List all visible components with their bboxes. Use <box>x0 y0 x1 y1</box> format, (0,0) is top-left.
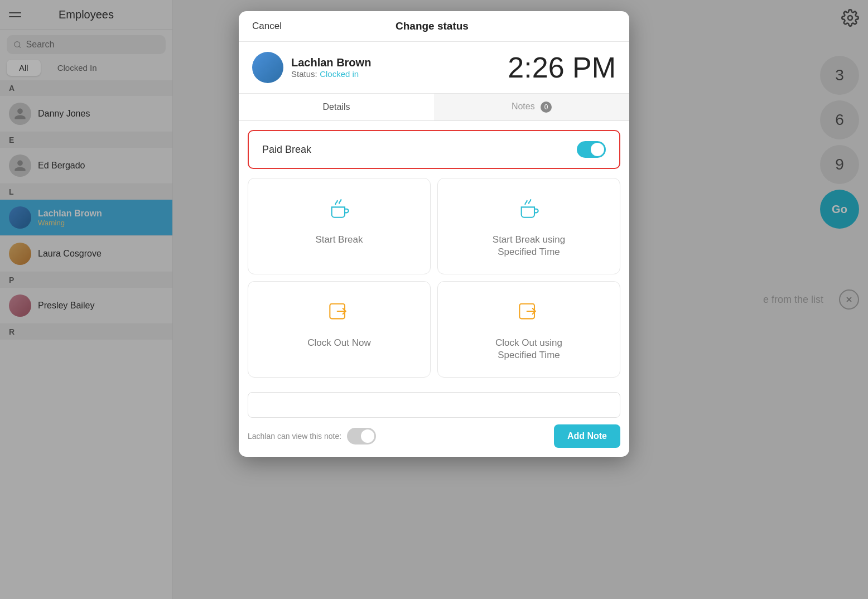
toggle-slider-off <box>347 428 376 445</box>
cup-icon-2 <box>515 194 543 226</box>
tab-notes[interactable]: Notes 0 <box>434 94 629 120</box>
modal-title: Change status <box>396 20 469 32</box>
modal-tabs: Details Notes 0 <box>239 94 629 121</box>
paid-break-row: Paid Break <box>248 130 620 169</box>
modal-cancel-button[interactable]: Cancel <box>252 21 282 32</box>
status-label: Status: <box>291 69 317 79</box>
action-start-break[interactable]: Start Break <box>248 178 431 274</box>
tab-notes-label: Notes <box>512 102 535 111</box>
action-label: Clock Out Now <box>307 337 370 349</box>
note-visibility-toggle[interactable] <box>347 428 376 445</box>
arrow-out-icon-1 <box>325 297 353 329</box>
action-clock-out-now[interactable]: Clock Out Now <box>248 281 431 378</box>
cup-icon-1 <box>325 194 353 226</box>
note-area <box>239 387 629 418</box>
modal-emp-status: Status: Clocked in <box>291 69 371 79</box>
change-status-modal: Cancel Change status Lachlan Brown Statu… <box>239 11 629 457</box>
note-toggle-row: Lachlan can view this note: <box>248 428 376 445</box>
modal-avatar <box>252 52 283 83</box>
tab-notes-badge: 0 <box>541 102 552 113</box>
modal-emp-details: Lachlan Brown Status: Clocked in <box>291 56 371 79</box>
tab-details[interactable]: Details <box>239 94 434 120</box>
add-note-button[interactable]: Add Note <box>554 424 620 448</box>
modal-header: Cancel Change status <box>239 11 629 42</box>
toggle-slider <box>577 141 606 158</box>
paid-break-label: Paid Break <box>262 144 311 156</box>
status-value: Clocked in <box>320 69 359 79</box>
action-label: Start Break <box>315 234 363 246</box>
action-grid: Start Break Start Break usingSpecified T… <box>239 178 629 387</box>
modal-emp-name: Lachlan Brown <box>291 56 371 69</box>
paid-break-toggle[interactable] <box>577 141 606 158</box>
modal-container: Cancel Change status Lachlan Brown Statu… <box>0 0 868 599</box>
note-footer: Lachlan can view this note: Add Note <box>239 418 629 457</box>
action-label: Start Break usingSpecified Time <box>493 234 565 258</box>
arrow-out-icon-2 <box>515 297 543 329</box>
modal-time: 2:26 PM <box>508 51 616 84</box>
note-toggle-label: Lachlan can view this note: <box>248 432 341 441</box>
action-label: Clock Out usingSpecified Time <box>495 337 562 361</box>
modal-employee-row: Lachlan Brown Status: Clocked in 2:26 PM <box>239 42 629 94</box>
modal-emp-info: Lachlan Brown Status: Clocked in <box>252 52 371 83</box>
note-input[interactable] <box>248 392 620 418</box>
action-start-break-time[interactable]: Start Break usingSpecified Time <box>437 178 620 274</box>
action-clock-out-time[interactable]: Clock Out usingSpecified Time <box>437 281 620 378</box>
